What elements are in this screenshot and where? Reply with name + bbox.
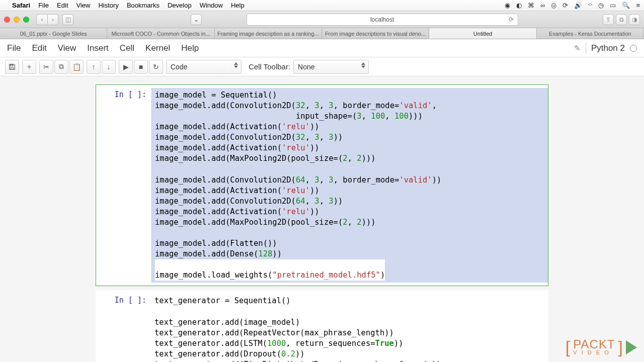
kernel-indicator-icon[interactable] — [630, 45, 637, 52]
save-button[interactable] — [5, 60, 19, 74]
minimize-window-button[interactable] — [14, 17, 20, 23]
jp-menu-help[interactable]: Help — [181, 43, 199, 53]
paste-button[interactable]: 📋 — [69, 60, 84, 74]
status-icon[interactable]: ◷ — [598, 2, 604, 9]
jp-menu-cell[interactable]: Cell — [120, 43, 134, 53]
mac-menu-develop[interactable]: Develop — [168, 2, 192, 9]
celltype-select[interactable]: Code — [166, 60, 242, 74]
window-controls — [4, 17, 29, 23]
zoom-window-button[interactable] — [23, 17, 29, 23]
status-icon[interactable]: ⟳ — [562, 2, 568, 9]
macos-menubar: Safari File Edit View History Bookmarks … — [0, 0, 644, 11]
new-tab-button[interactable]: ◑ — [629, 14, 640, 25]
play-icon — [626, 340, 637, 354]
insert-cell-button[interactable]: ＋ — [22, 60, 36, 74]
volume-icon[interactable]: 🔊 — [574, 2, 582, 9]
jp-menu-edit[interactable]: Edit — [32, 43, 46, 53]
jp-menu-view[interactable]: View — [58, 43, 76, 53]
reload-icon[interactable]: ⟳ — [509, 16, 514, 23]
browser-tab[interactable]: Framing image description as a ranking..… — [215, 28, 322, 39]
status-icon[interactable]: ◎ — [551, 2, 556, 9]
status-icon[interactable]: ⌘ — [528, 2, 534, 9]
browser-tab[interactable]: 06_01.pptx - Google Slides — [0, 28, 107, 39]
menu-icon[interactable]: ≡ — [636, 2, 640, 9]
share-button[interactable]: ⇪ — [603, 14, 614, 25]
notebook-area: In [ ]: image_model = Sequential() image… — [0, 76, 644, 362]
forward-button[interactable]: › — [47, 14, 58, 25]
edit-icon[interactable]: ✎ — [574, 44, 581, 53]
copy-button[interactable]: ⧉ — [54, 60, 68, 74]
app-name[interactable]: Safari — [12, 2, 30, 9]
jupyter-menubar: File Edit View Insert Cell Kernel Help ✎… — [0, 39, 644, 57]
spotlight-icon[interactable]: 🔍 — [622, 2, 630, 9]
separator — [586, 43, 586, 54]
status-icon[interactable]: ∞ — [540, 2, 545, 9]
code-editor[interactable]: image_model = Sequential() image_model.a… — [151, 88, 548, 283]
cell-prompt: In [ ]: — [96, 294, 151, 362]
jupyter-toolbar: ＋ ✂ ⧉ 📋 ↑ ↓ ▶ ■ ↻ Code Cell Toolbar: Non… — [0, 57, 644, 76]
jp-menu-file[interactable]: File — [7, 43, 21, 53]
cell-prompt: In [ ]: — [96, 88, 151, 283]
mac-menu-help[interactable]: Help — [231, 2, 245, 9]
battery-icon[interactable]: ▭ — [610, 2, 616, 9]
restart-button[interactable]: ↻ — [149, 60, 163, 74]
code-cell[interactable]: In [ ]: text_generator = Sequential() te… — [96, 290, 548, 362]
move-down-button[interactable]: ↓ — [102, 60, 116, 74]
browser-tab[interactable]: From image descriptions to visual deno..… — [322, 28, 429, 39]
close-window-button[interactable] — [4, 17, 10, 23]
packt-watermark: [ PACKT V I D E O ] — [566, 337, 637, 357]
sidebar-button[interactable]: ◫ — [62, 14, 73, 25]
code-cell[interactable]: In [ ]: image_model = Sequential() image… — [96, 84, 548, 286]
reader-button[interactable]: ⌄ — [191, 14, 202, 25]
mac-menu-history[interactable]: History — [98, 2, 118, 9]
mac-menu-file[interactable]: File — [38, 2, 49, 9]
mac-menu-edit[interactable]: Edit — [57, 2, 68, 9]
jp-menu-kernel[interactable]: Kernel — [145, 43, 170, 53]
code-editor[interactable]: text_generator = Sequential() text_gener… — [151, 294, 548, 362]
wifi-icon[interactable]: ⌔ — [588, 2, 592, 9]
back-button[interactable]: ‹ — [36, 14, 47, 25]
mac-menu-view[interactable]: View — [76, 2, 91, 9]
browser-tab-strip: 06_01.pptx - Google Slides Microsoft COC… — [0, 28, 644, 39]
url-text: localhost — [370, 16, 394, 23]
cell-toolbar-label: Cell Toolbar: — [249, 62, 290, 71]
status-icon[interactable]: ◉ — [505, 2, 510, 9]
mac-menu-bookmarks[interactable]: Bookmarks — [127, 2, 159, 9]
run-button[interactable]: ▶ — [119, 60, 133, 74]
kernel-name: Python 2 — [591, 43, 625, 53]
cut-button[interactable]: ✂ — [39, 60, 53, 74]
interrupt-button[interactable]: ■ — [134, 60, 148, 74]
address-bar[interactable]: localhost ⟳ — [247, 14, 518, 26]
menubar-status-icons: ◉ ◐ ⌘ ∞ ◎ ⟳ 🔊 ⌔ ◷ ▭ 🔍 ≡ — [505, 2, 640, 9]
status-icon[interactable]: ◐ — [516, 2, 522, 9]
browser-tab[interactable]: Microsoft COCO - Common Objects in... — [107, 28, 214, 39]
cell-toolbar-select[interactable]: None — [293, 60, 369, 74]
browser-tab[interactable]: Examples - Keras Documentation — [537, 28, 644, 39]
move-up-button[interactable]: ↑ — [87, 60, 101, 74]
jp-menu-insert[interactable]: Insert — [87, 43, 109, 53]
tabs-button[interactable]: ⧉ — [616, 14, 627, 25]
browser-tab-active[interactable]: Untitled — [429, 28, 536, 39]
mac-menu-window[interactable]: Window — [200, 2, 223, 9]
safari-toolbar: ‹ › ◫ ⌄ localhost ⟳ ⇪ ⧉ ◑ — [0, 11, 644, 28]
